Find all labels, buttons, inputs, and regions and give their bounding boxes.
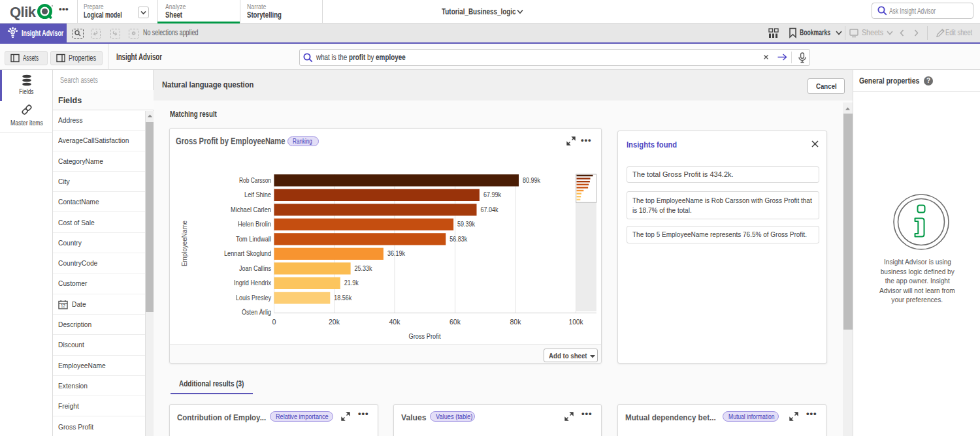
svg-text:Gross Profit: Gross Profit bbox=[409, 332, 442, 340]
svg-text:67.04k: 67.04k bbox=[481, 206, 498, 213]
svg-text:Lennart Skoglund: Lennart Skoglund bbox=[224, 249, 271, 257]
svg-text:Leif Shine: Leif Shine bbox=[244, 191, 271, 198]
svg-text:67.99k: 67.99k bbox=[483, 191, 501, 198]
svg-text:18.56k: 18.56k bbox=[334, 294, 351, 302]
svg-text:EmployeeName: EmployeeName bbox=[180, 221, 188, 266]
svg-text:Helen Brolin: Helen Brolin bbox=[238, 220, 271, 228]
svg-text:60k: 60k bbox=[449, 318, 461, 326]
svg-text:Michael Carlen: Michael Carlen bbox=[231, 206, 271, 213]
svg-text:80.99k: 80.99k bbox=[523, 176, 540, 184]
svg-text:56.83k: 56.83k bbox=[449, 235, 467, 243]
svg-text:Rob Carsson: Rob Carsson bbox=[239, 176, 271, 184]
svg-text:Ingrid Hendrix: Ingrid Hendrix bbox=[234, 279, 271, 287]
svg-text:Joan Callins: Joan Callins bbox=[239, 264, 271, 272]
svg-text:Louis Presley: Louis Presley bbox=[236, 294, 271, 302]
svg-text:21.9k: 21.9k bbox=[344, 279, 359, 287]
svg-text:80k: 80k bbox=[510, 318, 522, 326]
svg-text:12: 12 bbox=[61, 304, 66, 308]
svg-text:20k: 20k bbox=[329, 318, 340, 326]
svg-text:100k: 100k bbox=[569, 318, 584, 326]
svg-text:Östen Ärlig: Östen Ärlig bbox=[242, 308, 271, 316]
svg-text:59.39k: 59.39k bbox=[457, 220, 475, 228]
svg-text:Tom Lindwall: Tom Lindwall bbox=[236, 235, 271, 243]
svg-text:40k: 40k bbox=[389, 318, 401, 326]
svg-text:36.19k: 36.19k bbox=[387, 249, 405, 257]
svg-text:0: 0 bbox=[272, 318, 276, 326]
svg-text:25.33k: 25.33k bbox=[355, 264, 372, 272]
